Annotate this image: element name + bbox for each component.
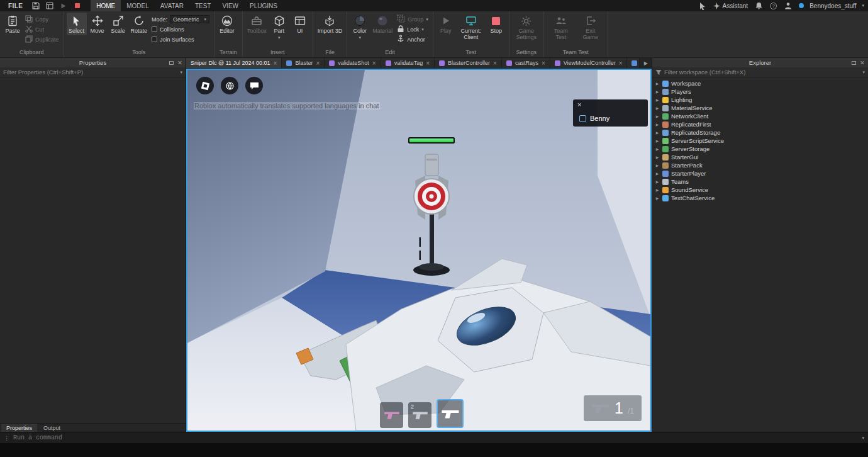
expand-arrow-icon[interactable]: ▶ — [655, 138, 660, 143]
copy-button[interactable]: Copy — [23, 14, 61, 24]
player-row[interactable]: Benny — [579, 115, 609, 122]
explorer-item-workspace[interactable]: ▶Workspace — [652, 79, 868, 87]
explorer-item-materialservice[interactable]: ▶MaterialService — [652, 104, 868, 112]
script-tab-blaster[interactable]: Blaster× — [282, 58, 325, 68]
hotbar-slot-1[interactable] — [380, 402, 403, 428]
explorer-item-lighting[interactable]: ▶Lighting — [652, 96, 868, 104]
expand-arrow-icon[interactable]: ▶ — [655, 122, 660, 127]
duplicate-button[interactable]: Duplicate — [23, 35, 61, 44]
play-quick-icon[interactable] — [58, 1, 69, 11]
explorer-item-startergui[interactable]: ▶StarterGui — [652, 153, 868, 161]
expand-arrow-icon[interactable]: ▶ — [655, 155, 660, 159]
close-icon[interactable]: ✕ — [177, 59, 182, 66]
script-tab-viewmodelcontroller[interactable]: ViewModelController× — [550, 58, 628, 68]
ui-button[interactable]: UI — [290, 13, 310, 35]
close-icon[interactable]: × — [619, 60, 623, 67]
join-surfaces-checkbox[interactable]: Join Surfaces — [150, 35, 211, 44]
globe-button[interactable] — [221, 77, 238, 94]
menu-tab-view[interactable]: VIEW — [216, 0, 244, 11]
mode-select[interactable]: Geometric▾ — [170, 15, 209, 23]
float-panel-icon[interactable] — [169, 61, 174, 65]
tab-overflow-button[interactable]: ▶ — [640, 58, 652, 68]
current-client-button[interactable]: Current: Client — [457, 13, 486, 42]
hotbar-slot-2[interactable]: 2 — [408, 402, 431, 428]
expand-arrow-icon[interactable]: ▶ — [655, 114, 660, 118]
collisions-checkbox[interactable]: Collisions — [150, 25, 211, 34]
explorer-item-teams[interactable]: ▶Teams — [652, 178, 868, 186]
close-icon[interactable]: × — [577, 101, 581, 108]
explorer-item-networkclient[interactable]: ▶NetworkClient — [652, 112, 868, 120]
assistant-button[interactable]: Assistant — [713, 3, 748, 9]
close-icon[interactable]: × — [372, 60, 376, 67]
menu-tab-avatar[interactable]: AVATAR — [155, 0, 189, 11]
avatar-icon[interactable] — [782, 1, 793, 11]
dock-tab-output[interactable]: Output — [38, 424, 65, 432]
import-3d-button[interactable]: Import 3D — [316, 13, 345, 35]
explorer-item-players[interactable]: ▶Players — [652, 87, 868, 96]
part-button[interactable]: Part ▾ — [269, 13, 289, 42]
close-icon[interactable]: × — [426, 60, 430, 67]
3d-viewport[interactable]: Roblox automatically translates supporte… — [186, 69, 652, 432]
script-tab-castrays[interactable]: castRays× — [502, 58, 550, 68]
team-test-button[interactable]: Team Test — [547, 13, 576, 42]
stop-button[interactable]: Stop — [486, 13, 506, 35]
expand-arrow-icon[interactable]: ▶ — [655, 89, 660, 94]
select-tool-button[interactable]: Select — [67, 13, 87, 35]
script-tab-validateshot[interactable]: validateShot× — [325, 58, 381, 68]
menu-tab-model[interactable]: MODEL — [121, 0, 155, 11]
explorer-item-textchatservice[interactable]: ▶TextChatService — [652, 194, 868, 202]
terrain-editor-button[interactable]: Editor — [217, 13, 237, 35]
help-icon[interactable]: ? — [770, 3, 777, 9]
group-button[interactable]: Group▾ — [395, 14, 430, 24]
command-input[interactable] — [13, 434, 858, 441]
close-icon[interactable]: ✕ — [860, 59, 865, 66]
stop-quick-icon[interactable] — [72, 1, 82, 11]
play-button[interactable]: Play — [436, 13, 456, 35]
explorer-panel-header[interactable]: Explorer ✕ — [652, 58, 868, 67]
chat-button[interactable] — [245, 77, 263, 94]
close-icon[interactable]: × — [274, 60, 277, 67]
rotate-tool-button[interactable]: Rotate — [129, 13, 150, 35]
save-icon[interactable] — [30, 1, 41, 11]
expand-arrow-icon[interactable]: ▶ — [655, 179, 660, 184]
close-icon[interactable]: × — [542, 60, 545, 67]
hotbar-slot-3-selected[interactable] — [437, 399, 464, 428]
expand-arrow-icon[interactable]: ▶ — [655, 196, 660, 200]
menu-tab-home[interactable]: HOME — [91, 0, 121, 11]
move-tool-button[interactable]: Move — [87, 13, 108, 35]
explorer-item-serverscriptservice[interactable]: ▶ServerScriptService — [652, 137, 868, 145]
exit-game-button[interactable]: Exit Game — [576, 13, 605, 42]
properties-panel-header[interactable]: Properties ✕ — [0, 58, 186, 67]
explorer-filter-input[interactable] — [664, 69, 860, 76]
expand-arrow-icon[interactable]: ▶ — [655, 98, 660, 102]
script-tab-blastercontroller[interactable]: BlasterController× — [435, 58, 502, 68]
properties-filter-input[interactable] — [3, 69, 177, 76]
scale-tool-button[interactable]: Scale — [108, 13, 128, 35]
color-button[interactable]: Color ▾ — [350, 13, 370, 42]
expand-arrow-icon[interactable]: ▶ — [655, 171, 660, 176]
chevron-down-icon[interactable]: ▾ — [180, 70, 182, 75]
explorer-item-serverstorage[interactable]: ▶ServerStorage — [652, 145, 868, 153]
paste-button[interactable]: Paste — [3, 13, 23, 35]
close-icon[interactable]: × — [316, 60, 320, 67]
cut-button[interactable]: Cut — [23, 25, 61, 34]
script-tab-validatetag[interactable]: validateTag× — [381, 58, 435, 68]
file-menu[interactable]: FILE — [4, 3, 27, 9]
explorer-item-starterpack[interactable]: ▶StarterPack — [652, 161, 868, 169]
chevron-down-icon[interactable]: ▾ — [862, 70, 865, 75]
drag-handle-icon[interactable]: ⋮ — [4, 435, 9, 441]
expand-arrow-icon[interactable]: ▶ — [655, 188, 660, 192]
username[interactable]: Bennydoes_stuff — [810, 3, 856, 9]
lock-button[interactable]: Lock▾ — [395, 25, 430, 34]
toolbox-button[interactable]: Toolbox — [245, 13, 269, 35]
expand-arrow-icon[interactable]: ▶ — [655, 147, 660, 151]
dock-tab-properties[interactable]: Properties — [1, 424, 37, 432]
menu-tab-plugins[interactable]: PLUGINS — [244, 0, 283, 11]
expand-arrow-icon[interactable]: ▶ — [655, 163, 660, 167]
menu-tab-test[interactable]: TEST — [189, 0, 217, 11]
anchor-button[interactable]: Anchor — [395, 35, 430, 44]
chevron-down-icon[interactable]: ▾ — [862, 436, 864, 441]
material-button[interactable]: Material — [370, 13, 394, 35]
publish-icon[interactable] — [44, 1, 55, 11]
close-icon[interactable]: × — [493, 60, 497, 67]
